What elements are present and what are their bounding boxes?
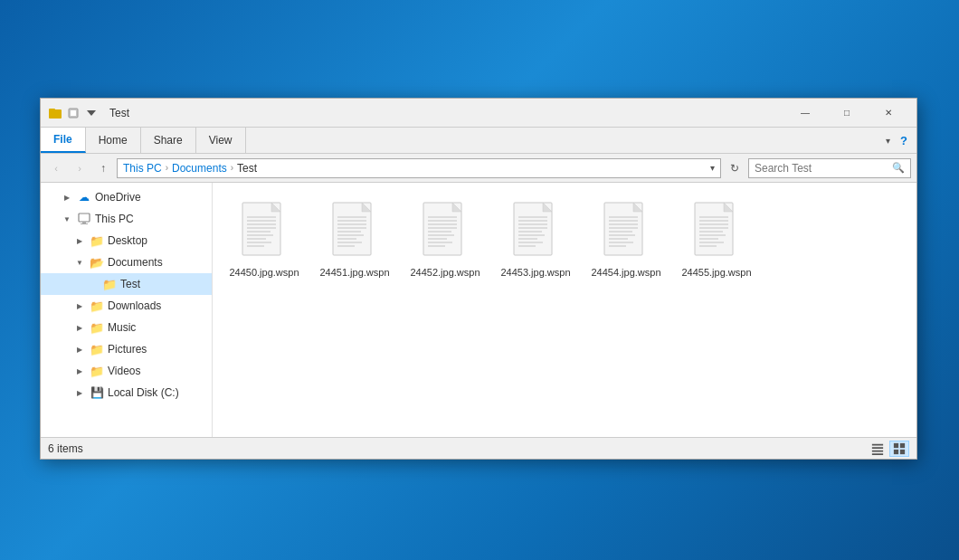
title-bar-icons — [48, 106, 99, 120]
breadcrumb-documents[interactable]: Documents — [172, 162, 227, 175]
sidebar-item-onedrive[interactable]: ▶ ☁ OneDrive — [41, 186, 212, 208]
folder-icon-pictures: 📁 — [90, 342, 104, 356]
drive-icon-localdisk: 💾 — [90, 385, 104, 400]
breadcrumb-thispc[interactable]: This PC — [123, 162, 162, 175]
file-item[interactable]: 24454.jpg.wspn — [585, 194, 667, 282]
status-bar: 6 items — [41, 437, 916, 459]
title-down-icon — [84, 106, 99, 120]
sidebar-label-thispc: This PC — [95, 213, 134, 225]
folder-icon-music: 📁 — [90, 320, 104, 335]
file-item[interactable]: 24455.jpg.wspn — [676, 194, 757, 282]
folder-icon-test: 📁 — [102, 277, 117, 291]
sidebar-item-desktop[interactable]: ▶ 📁 Desktop — [41, 230, 212, 252]
folder-icon-desktop: 📁 — [90, 233, 104, 248]
sidebar-item-videos[interactable]: ▶ 📁 Videos — [41, 360, 212, 382]
title-pin-icon — [66, 106, 81, 120]
back-button[interactable]: ‹ — [46, 158, 66, 178]
svg-rect-1 — [49, 109, 55, 111]
svg-rect-87 — [900, 449, 905, 453]
expand-icon-desktop: ▶ — [73, 234, 86, 247]
sidebar: ▶ ☁ OneDrive ▼ This PC ▶ 📁 Desktop ▼ — [41, 183, 213, 437]
sidebar-label-localdisk: Local Disk (C:) — [108, 386, 179, 399]
folder-icon-videos: 📁 — [90, 364, 104, 378]
file-item[interactable]: 24451.jpg.wspn — [314, 194, 395, 282]
sidebar-label-videos: Videos — [108, 365, 140, 377]
sidebar-label-pictures: Pictures — [108, 343, 147, 356]
maximize-button[interactable]: □ — [826, 99, 868, 128]
ribbon-expand-btn[interactable]: ▾ — [880, 133, 895, 147]
minimize-button[interactable]: — — [784, 99, 826, 128]
main-area: ▶ ☁ OneDrive ▼ This PC ▶ 📁 Desktop ▼ — [41, 183, 916, 437]
file-name: 24455.jpg.wspn — [681, 266, 751, 279]
forward-button[interactable]: › — [70, 158, 90, 178]
sidebar-item-thispc[interactable]: ▼ This PC — [41, 208, 212, 230]
title-bar: Test — □ ✕ — [41, 99, 916, 128]
file-item[interactable]: 24450.jpg.wspn — [223, 194, 305, 282]
tab-share[interactable]: Share — [141, 128, 196, 153]
expand-icon-pictures: ▶ — [73, 343, 86, 356]
file-item[interactable]: 24452.jpg.wspn — [404, 194, 486, 282]
folder-icon-documents: 📂 — [90, 255, 104, 270]
sidebar-item-pictures[interactable]: ▶ 📁 Pictures — [41, 338, 212, 360]
svg-rect-3 — [71, 110, 76, 116]
sidebar-label-onedrive: OneDrive — [95, 191, 141, 204]
expand-icon-test — [86, 278, 99, 290]
tab-home[interactable]: Home — [86, 128, 141, 153]
sidebar-label-music: Music — [108, 321, 136, 334]
svg-rect-82 — [872, 450, 883, 451]
breadcrumb-sep-1: › — [166, 163, 168, 173]
file-name: 24452.jpg.wspn — [410, 266, 480, 279]
sidebar-item-downloads[interactable]: ▶ 📁 Downloads — [41, 295, 212, 317]
sidebar-item-documents[interactable]: ▼ 📂 Documents — [41, 252, 212, 273]
window-title: Test — [109, 107, 784, 119]
close-button[interactable]: ✕ — [868, 99, 909, 128]
svg-rect-86 — [894, 449, 898, 453]
svg-rect-6 — [82, 222, 86, 223]
expand-icon-music: ▶ — [73, 321, 86, 334]
svg-rect-85 — [900, 442, 905, 447]
file-icon — [326, 197, 384, 262]
pc-icon — [77, 212, 91, 226]
tab-view[interactable]: View — [196, 128, 246, 153]
file-name: 24451.jpg.wspn — [319, 266, 389, 279]
item-count: 6 items — [48, 442, 83, 455]
breadcrumb[interactable]: This PC › Documents › Test ▾ — [117, 158, 721, 178]
ribbon-tabs: File Home Share View ▾ ? — [41, 128, 916, 153]
file-item[interactable]: 24453.jpg.wspn — [495, 194, 576, 282]
window-controls: — □ ✕ — [784, 99, 909, 128]
breadcrumb-dropdown[interactable]: ▾ — [710, 163, 715, 173]
svg-rect-81 — [872, 447, 883, 449]
breadcrumb-test[interactable]: Test — [237, 162, 257, 175]
large-icons-view-button[interactable] — [889, 441, 909, 457]
file-name: 24453.jpg.wspn — [500, 266, 570, 279]
expand-icon-downloads: ▶ — [73, 299, 86, 312]
help-button[interactable]: ? — [897, 133, 911, 147]
tab-file[interactable]: File — [41, 128, 86, 153]
expand-icon-onedrive: ▶ — [61, 191, 73, 204]
search-input[interactable] — [755, 162, 888, 175]
refresh-button[interactable]: ↻ — [725, 158, 745, 178]
file-area: 24450.jpg.wspn — [213, 183, 916, 437]
svg-rect-5 — [79, 214, 90, 222]
file-name: 24450.jpg.wspn — [229, 266, 299, 279]
sidebar-label-desktop: Desktop — [108, 234, 147, 247]
folder-icon-downloads: 📁 — [90, 299, 104, 313]
details-view-button[interactable] — [868, 441, 888, 457]
sidebar-label-downloads: Downloads — [108, 299, 161, 312]
svg-rect-84 — [894, 442, 898, 447]
sidebar-item-music[interactable]: ▶ 📁 Music — [41, 317, 212, 338]
sidebar-item-test[interactable]: 📁 Test — [41, 273, 212, 295]
svg-rect-7 — [81, 223, 88, 224]
address-bar: ‹ › ↑ This PC › Documents › Test ▾ ↻ 🔍 — [41, 154, 916, 183]
svg-marker-4 — [87, 110, 96, 116]
search-icon: 🔍 — [892, 162, 905, 174]
file-icon — [507, 197, 565, 262]
file-icon — [416, 197, 474, 262]
sidebar-label-documents: Documents — [108, 256, 163, 269]
up-button[interactable]: ↑ — [93, 158, 113, 178]
search-box[interactable]: 🔍 — [748, 158, 911, 178]
expand-icon-documents: ▼ — [73, 256, 86, 269]
file-icon — [235, 197, 293, 262]
sidebar-item-localdisk[interactable]: ▶ 💾 Local Disk (C:) — [41, 382, 212, 403]
file-icon — [597, 197, 655, 262]
